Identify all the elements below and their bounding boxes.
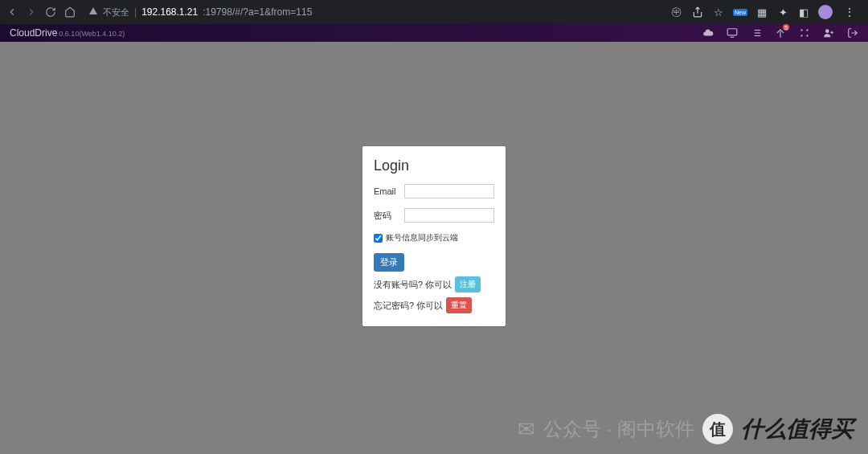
url-host: 192.168.1.21 <box>141 6 198 18</box>
forgot-text: 忘记密码? 你可以 <box>374 300 443 312</box>
new-badge-icon[interactable]: New <box>733 9 747 16</box>
forgot-row: 忘记密码? 你可以 重置 <box>374 297 494 313</box>
notification-badge: 5 <box>783 24 789 31</box>
app-header: CloudDrive 0.6.10(Web1.4.10.2) 5 <box>0 24 868 42</box>
url-path: :19798/#/?a=1&from=115 <box>203 6 312 18</box>
password-row: 密码 <box>374 208 494 223</box>
cloud-icon[interactable] <box>702 27 714 39</box>
svg-point-7 <box>800 35 802 36</box>
notification-icon[interactable]: 5 <box>775 27 786 39</box>
monitor-icon[interactable] <box>727 27 738 39</box>
login-button-row: 登录 <box>374 253 494 272</box>
insecure-label: 不安全 <box>103 6 129 18</box>
panel-icon[interactable]: ◧ <box>797 6 810 18</box>
register-button[interactable]: 注册 <box>455 276 481 292</box>
brand-version: 0.6.10(Web1.4.10.2) <box>59 30 125 38</box>
url-separator: | <box>134 6 137 18</box>
extension-1-icon[interactable]: ▦ <box>755 6 768 18</box>
forward-icon[interactable] <box>26 6 37 18</box>
list-icon[interactable] <box>751 27 762 39</box>
bookmark-icon[interactable]: ☆ <box>712 6 725 18</box>
brand: CloudDrive 0.6.10(Web1.4.10.2) <box>10 27 125 39</box>
svg-point-9 <box>825 29 829 33</box>
email-field[interactable] <box>404 184 494 198</box>
header-actions: 5 <box>702 27 858 39</box>
login-button[interactable]: 登录 <box>374 253 404 272</box>
translate-icon[interactable]: ㊥ <box>670 6 683 18</box>
login-title: Login <box>374 157 494 174</box>
kebab-menu-icon[interactable]: ⋮ <box>841 6 858 18</box>
nav-controls <box>6 6 76 18</box>
user-add-icon[interactable] <box>823 27 834 39</box>
password-label: 密码 <box>374 210 399 222</box>
back-icon[interactable] <box>6 6 18 18</box>
share-icon[interactable] <box>691 6 704 18</box>
browser-toolbar: 不安全 | 192.168.1.21:19798/#/?a=1&from=115… <box>0 0 868 24</box>
email-label: Email <box>374 186 399 196</box>
main-content: Login Email 密码 账号信息同步到云端 登录 没有账号吗? 你可以 注… <box>0 42 868 454</box>
reload-icon[interactable] <box>45 6 56 18</box>
login-card: Login Email 密码 账号信息同步到云端 登录 没有账号吗? 你可以 注… <box>362 146 506 326</box>
no-account-text: 没有账号吗? 你可以 <box>374 279 452 291</box>
logout-icon[interactable] <box>847 27 858 39</box>
email-row: Email <box>374 184 494 198</box>
register-row: 没有账号吗? 你可以 注册 <box>374 276 494 292</box>
svg-point-8 <box>806 35 808 36</box>
puzzle-icon[interactable]: ✦ <box>776 6 789 18</box>
reset-button[interactable]: 重置 <box>446 297 472 313</box>
settings-icon[interactable] <box>799 27 810 39</box>
brand-name: CloudDrive <box>10 27 57 39</box>
svg-point-5 <box>800 29 802 31</box>
sync-checkbox-label: 账号信息同步到云端 <box>386 232 458 243</box>
svg-point-6 <box>806 29 808 31</box>
extension-icons: ㊥ ☆ New ▦ ✦ ◧ ⋮ <box>670 5 862 19</box>
profile-avatar[interactable] <box>818 5 833 19</box>
address-bar[interactable]: 不安全 | 192.168.1.21:19798/#/?a=1&from=115 <box>82 6 664 18</box>
sync-checkbox-row: 账号信息同步到云端 <box>374 232 494 243</box>
sync-checkbox[interactable] <box>374 234 383 243</box>
home-icon[interactable] <box>64 6 76 18</box>
svg-rect-0 <box>727 29 737 35</box>
insecure-warning-icon <box>88 6 98 18</box>
password-field[interactable] <box>404 208 494 223</box>
